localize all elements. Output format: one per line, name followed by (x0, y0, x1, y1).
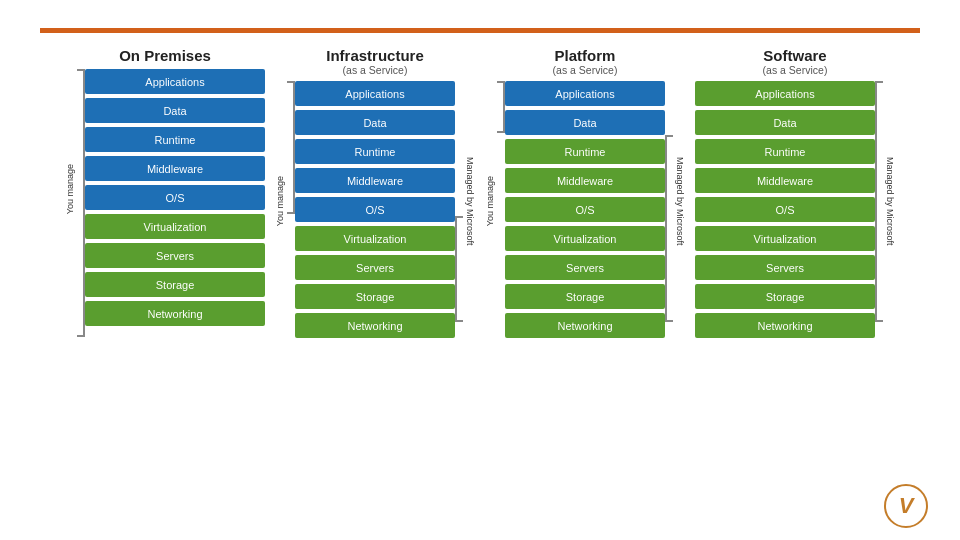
col-subtitle-platform: (as a Service) (553, 64, 618, 76)
stack-items-infrastructure: ApplicationsDataRuntimeMiddlewareO/SVirt… (295, 81, 455, 338)
right-bracket-label-infrastructure: Managed by Microsoft (465, 157, 475, 246)
stack-item-software-4: O/S (695, 197, 875, 222)
diagram-area: On PremisesYou manageApplicationsDataRun… (0, 47, 960, 338)
stack-item-infrastructure-3: Middleware (295, 168, 455, 193)
right-bracket-infrastructure: Managed by Microsoft (455, 81, 475, 322)
stack-item-platform-2: Runtime (505, 139, 665, 164)
stack-item-on-premises-3: Middleware (85, 156, 265, 181)
col-header-platform: Platform(as a Service) (553, 47, 618, 76)
stack-item-infrastructure-0: Applications (295, 81, 455, 106)
stack-item-on-premises-2: Runtime (85, 127, 265, 152)
left-bracket-on-premises: You manage (65, 69, 85, 310)
stack-item-platform-7: Storage (505, 284, 665, 309)
stack-item-platform-8: Networking (505, 313, 665, 338)
stack-row-infrastructure: You manageApplicationsDataRuntimeMiddlew… (275, 81, 475, 338)
col-title-on-premises: On Premises (119, 47, 211, 64)
stack-item-on-premises-5: Virtualization (85, 214, 265, 239)
logo-letter: V (899, 493, 914, 519)
right-brace-infrastructure (455, 216, 465, 322)
stack-items-software: ApplicationsDataRuntimeMiddlewareO/SVirt… (695, 81, 875, 338)
stack-item-software-8: Networking (695, 313, 875, 338)
stack-item-on-premises-8: Networking (85, 301, 265, 326)
stack-item-infrastructure-1: Data (295, 110, 455, 135)
stack-row-software: ApplicationsDataRuntimeMiddlewareO/SVirt… (695, 81, 895, 338)
stack-items-on-premises: ApplicationsDataRuntimeMiddlewareO/SVirt… (85, 69, 265, 326)
col-header-on-premises: On Premises (119, 47, 211, 64)
stack-item-on-premises-0: Applications (85, 69, 265, 94)
logo-area: V (884, 484, 936, 528)
left-brace-platform (495, 81, 505, 133)
col-title-software: Software (763, 47, 828, 64)
stack-item-infrastructure-8: Networking (295, 313, 455, 338)
left-brace-infrastructure (285, 81, 295, 214)
stack-item-platform-6: Servers (505, 255, 665, 280)
left-bracket-label-on-premises: You manage (65, 164, 75, 214)
left-brace-on-premises (75, 69, 85, 337)
right-bracket-label-software: Managed by Microsoft (885, 157, 895, 246)
stack-item-software-6: Servers (695, 255, 875, 280)
right-brace-software (875, 81, 885, 322)
stack-item-software-1: Data (695, 110, 875, 135)
column-on-premises: On PremisesYou manageApplicationsDataRun… (65, 47, 265, 326)
logo-circle: V (884, 484, 928, 528)
right-bracket-platform: Managed by Microsoft (665, 81, 685, 322)
col-header-software: Software(as a Service) (763, 47, 828, 76)
stack-item-platform-0: Applications (505, 81, 665, 106)
stack-item-software-5: Virtualization (695, 226, 875, 251)
right-bracket-label-platform: Managed by Microsoft (675, 157, 685, 246)
stack-row-on-premises: You manageApplicationsDataRuntimeMiddlew… (65, 69, 265, 326)
stack-item-on-premises-4: O/S (85, 185, 265, 210)
stack-item-software-0: Applications (695, 81, 875, 106)
stack-item-on-premises-1: Data (85, 98, 265, 123)
left-bracket-label-infrastructure: You manage (275, 176, 285, 226)
column-platform: Platform(as a Service)You manageApplicat… (485, 47, 685, 338)
stack-item-platform-1: Data (505, 110, 665, 135)
stack-item-infrastructure-4: O/S (295, 197, 455, 222)
col-title-infrastructure: Infrastructure (326, 47, 424, 64)
stack-item-infrastructure-5: Virtualization (295, 226, 455, 251)
stack-item-software-2: Runtime (695, 139, 875, 164)
left-bracket-platform: You manage (485, 81, 505, 322)
stack-item-platform-5: Virtualization (505, 226, 665, 251)
col-subtitle-software: (as a Service) (763, 64, 828, 76)
left-bracket-infrastructure: You manage (275, 81, 295, 322)
stack-item-infrastructure-6: Servers (295, 255, 455, 280)
right-brace-platform (665, 135, 675, 322)
orange-divider (40, 28, 920, 33)
stack-item-software-7: Storage (695, 284, 875, 309)
stack-item-platform-3: Middleware (505, 168, 665, 193)
stack-item-infrastructure-7: Storage (295, 284, 455, 309)
stack-item-software-3: Middleware (695, 168, 875, 193)
stack-item-on-premises-6: Servers (85, 243, 265, 268)
col-header-infrastructure: Infrastructure(as a Service) (326, 47, 424, 76)
left-bracket-label-platform: You manage (485, 176, 495, 226)
page-title (0, 0, 960, 28)
stack-row-platform: You manageApplicationsDataRuntimeMiddlew… (485, 81, 685, 338)
right-bracket-software: Managed by Microsoft (875, 81, 895, 322)
column-software: Software(as a Service)ApplicationsDataRu… (695, 47, 895, 338)
col-title-platform: Platform (553, 47, 618, 64)
stack-items-platform: ApplicationsDataRuntimeMiddlewareO/SVirt… (505, 81, 665, 338)
col-subtitle-infrastructure: (as a Service) (326, 64, 424, 76)
column-infrastructure: Infrastructure(as a Service)You manageAp… (275, 47, 475, 338)
stack-item-on-premises-7: Storage (85, 272, 265, 297)
stack-item-platform-4: O/S (505, 197, 665, 222)
stack-item-infrastructure-2: Runtime (295, 139, 455, 164)
